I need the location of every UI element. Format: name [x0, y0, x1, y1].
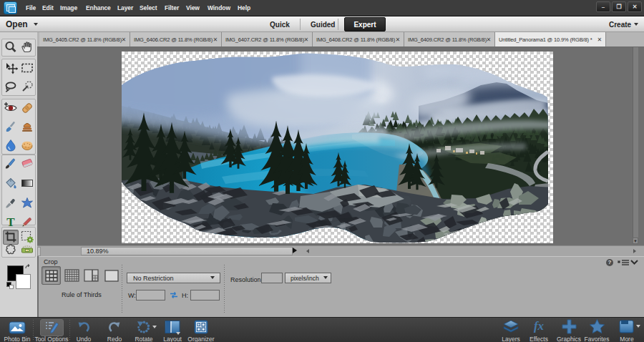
- svg-text:T: T: [6, 215, 15, 229]
- svg-text:fx: fx: [534, 319, 545, 333]
